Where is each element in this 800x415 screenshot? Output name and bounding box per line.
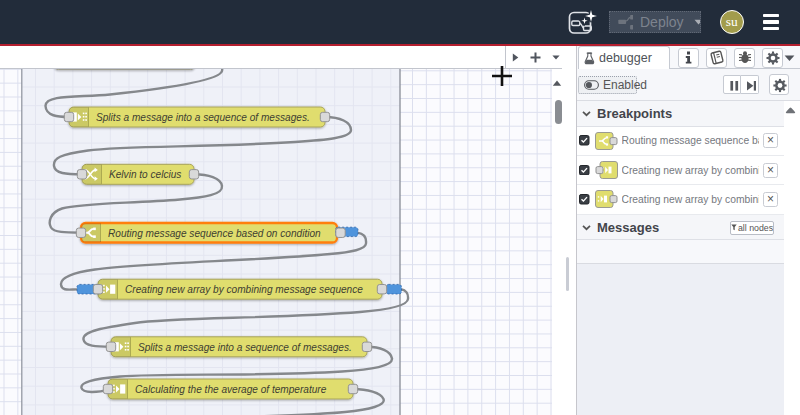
svg-text:Creating new array by combinin: Creating new array by combining message … [125, 284, 363, 295]
svg-text:Splits a message into a sequen: Splits a message into a sequence of mess… [96, 112, 310, 123]
svg-text:Calculating the the average of: Calculating the the average of temperatu… [135, 384, 327, 395]
svg-text:Routing message sequence based: Routing message sequence based on condit… [108, 228, 321, 239]
svg-text:Splits a message into a sequen: Splits a message into a sequence of mess… [138, 342, 352, 353]
svg-text:Kelvin to celcius: Kelvin to celcius [109, 169, 181, 180]
